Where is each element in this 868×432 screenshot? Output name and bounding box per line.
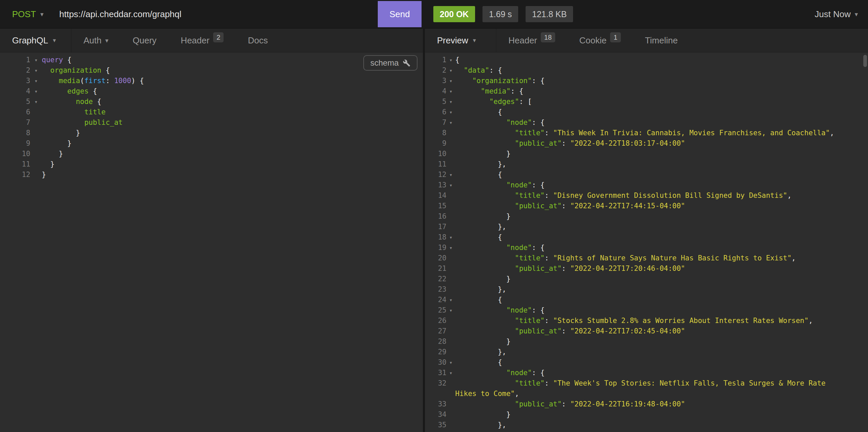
fold-spacer	[30, 107, 42, 118]
fold-toggle-icon[interactable]: ▾	[446, 76, 455, 86]
code-text: query {	[42, 55, 72, 65]
code-text: },	[455, 347, 506, 357]
tab-query[interactable]: Query	[121, 29, 169, 52]
code-line: 8 "title": "This Week In Trivia: Cannabi…	[425, 128, 868, 138]
line-number: 5	[430, 97, 446, 107]
line-number: 17	[430, 222, 446, 232]
fold-toggle-icon[interactable]: ▾	[446, 97, 455, 107]
line-number: 8	[430, 128, 446, 138]
code-line: 20 "title": "Rights of Nature Says Natur…	[425, 253, 868, 263]
code-text: }	[455, 211, 510, 222]
code-text: organization {	[42, 65, 110, 76]
code-text: "media": {	[455, 86, 523, 97]
code-text: title	[42, 107, 106, 118]
code-line: 17 },	[425, 222, 868, 232]
body-type-dropdown[interactable]: GraphQL ▾	[0, 29, 71, 52]
response-json-viewer[interactable]: 1▾{2▾ "data": {3▾ "organization": {4▾ "m…	[425, 53, 868, 432]
line-number: 11	[430, 159, 446, 170]
fold-toggle-icon[interactable]: ▾	[446, 305, 455, 315]
line-number: 20	[430, 253, 446, 263]
fold-toggle-icon[interactable]: ▾	[446, 242, 455, 253]
code-line: 36▾ {	[425, 430, 868, 432]
fold-toggle-icon[interactable]: ▾	[446, 295, 455, 305]
code-line: 7▾ "node": {	[425, 118, 868, 128]
tab-response-header[interactable]: Header 18	[496, 29, 567, 52]
fold-spacer	[446, 263, 455, 274]
fold-toggle-icon[interactable]: ▾	[446, 118, 455, 128]
code-text: {	[455, 357, 502, 368]
code-text: "node": {	[455, 305, 545, 315]
line-number: 19	[430, 242, 446, 253]
line-number: 6	[430, 107, 446, 118]
fold-spacer	[30, 149, 42, 159]
code-line: Hikes to Come",	[425, 389, 868, 399]
code-line: 28 }	[425, 336, 868, 347]
fold-spacer	[446, 274, 455, 284]
tab-cookie[interactable]: Cookie 1	[567, 29, 633, 52]
fold-toggle-icon[interactable]: ▾	[30, 97, 42, 107]
fold-toggle-icon[interactable]: ▾	[446, 357, 455, 368]
fold-toggle-icon[interactable]: ▾	[30, 55, 42, 65]
url-input[interactable]: https://api.cheddar.com/graphql	[59, 0, 182, 28]
line-number: 27	[430, 326, 446, 336]
code-line: 4▾ "media": {	[425, 86, 868, 97]
fold-toggle-icon[interactable]: ▾	[446, 232, 455, 242]
schema-button[interactable]: schema	[363, 55, 417, 71]
fold-toggle-icon[interactable]: ▾	[446, 86, 455, 97]
code-text: }	[455, 336, 510, 347]
send-button[interactable]: Send	[378, 1, 422, 27]
history-label: Just Now	[815, 9, 851, 20]
code-line: 6 title	[0, 107, 423, 118]
fold-toggle-icon[interactable]: ▾	[30, 76, 42, 86]
line-number: 15	[430, 201, 446, 211]
graphql-query-editor[interactable]: schema 1▾query {2▾ organization {3▾ medi…	[0, 53, 423, 432]
code-line: 13▾ "node": {	[425, 180, 868, 191]
code-line: 35 },	[425, 420, 868, 430]
line-number: 1	[7, 55, 30, 65]
scrollbar-thumb[interactable]	[863, 55, 867, 67]
fold-toggle-icon[interactable]: ▾	[446, 430, 455, 432]
code-text: }	[455, 149, 510, 159]
code-text: "node": {	[455, 180, 545, 191]
wrench-icon	[403, 59, 410, 67]
fold-toggle-icon[interactable]: ▾	[446, 55, 455, 65]
chevron-down-icon: ▾	[40, 10, 44, 18]
fold-toggle-icon[interactable]: ▾	[446, 170, 455, 180]
response-history-dropdown[interactable]: Just Now ▾	[815, 0, 858, 28]
fold-spacer	[446, 138, 455, 149]
line-number: 21	[430, 263, 446, 274]
fold-toggle-icon[interactable]: ▾	[446, 180, 455, 191]
code-line: 2▾ "data": {	[425, 65, 868, 76]
tab-auth[interactable]: Auth ▾	[71, 29, 121, 52]
line-number: 24	[430, 295, 446, 305]
tab-timeline[interactable]: Timeline	[633, 29, 690, 52]
line-number: 12	[7, 170, 30, 180]
code-line: 4▾ edges {	[0, 86, 423, 97]
code-line: 10 }	[425, 149, 868, 159]
fold-spacer	[446, 378, 455, 389]
line-number: 30	[430, 357, 446, 368]
tab-header[interactable]: Header 2	[169, 29, 236, 52]
fold-toggle-icon[interactable]: ▾	[446, 368, 455, 378]
code-line: 5▾ node {	[0, 97, 423, 107]
code-text: {	[455, 55, 460, 65]
tab-label: Auth	[84, 35, 102, 46]
line-number: 22	[430, 274, 446, 284]
code-line: 11 }	[0, 159, 423, 170]
fold-toggle-icon[interactable]: ▾	[30, 86, 42, 97]
fold-toggle-icon[interactable]: ▾	[446, 65, 455, 76]
line-number: 28	[430, 336, 446, 347]
code-line: 3▾ media(first: 1000) {	[0, 76, 423, 86]
fold-toggle-icon[interactable]: ▾	[446, 107, 455, 118]
code-line: 14 "title": "Disney Government Dissoluti…	[425, 191, 868, 201]
code-line: 5▾ "edges": [	[425, 97, 868, 107]
code-line: 15 "public_at": "2022-04-22T17:44:15-04:…	[425, 201, 868, 211]
preview-mode-dropdown[interactable]: Preview ▾	[425, 29, 496, 52]
tab-docs[interactable]: Docs	[236, 29, 280, 52]
line-number: 33	[430, 399, 446, 409]
method-dropdown[interactable]: POST ▾	[12, 0, 43, 28]
line-number: 7	[430, 118, 446, 128]
line-number: 11	[7, 159, 30, 170]
fold-toggle-icon[interactable]: ▾	[30, 65, 42, 76]
code-text: "organization": {	[455, 76, 545, 86]
